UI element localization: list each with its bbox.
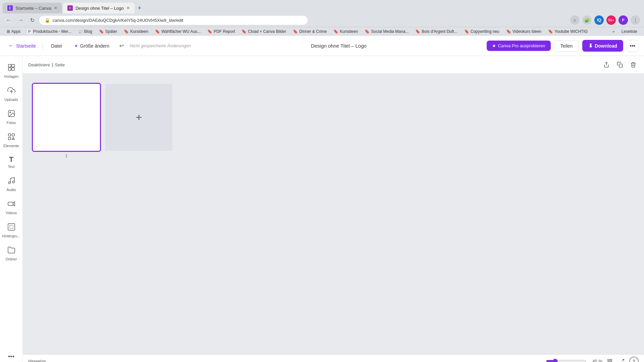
star-icon: ★ (492, 43, 496, 48)
bookmark-bois[interactable]: 🔖 Bois d'Argent Duft... (413, 28, 460, 35)
resize-menu[interactable]: ✦ Größe ändern (70, 41, 113, 51)
bookmark-more[interactable]: » (610, 28, 618, 35)
profile-avatar[interactable]: IQ (594, 15, 604, 25)
bookmark-dinner[interactable]: 🔖 Dinner & Crime (290, 28, 329, 35)
bookmark-blog[interactable]: 📰 Blog (75, 28, 95, 35)
browser-chrome: C Startseite – Canva ✕ D Design ohne Tit… (0, 0, 644, 36)
page-number-1: 1 (65, 154, 68, 158)
reload-button[interactable]: ↻ (28, 16, 37, 25)
sidebar-item-text[interactable]: T Text (1, 153, 21, 172)
sidebar-item-uploads[interactable]: Uploads (1, 83, 21, 105)
svg-point-11 (8, 182, 10, 184)
sidebar-item-fotos[interactable]: Fotos (1, 106, 21, 128)
back-arrow-icon: ← (8, 42, 14, 49)
svg-rect-1 (12, 64, 14, 67)
toolbar-left: ← Startseite Datei ✦ Größe ändern ↩ Nich… (5, 40, 191, 51)
vorlagen-icon (7, 63, 15, 73)
address-bar[interactable]: 🔒 canva.com/design/DAEduQCDgkA/KeIY5q-24… (39, 16, 308, 25)
sidebar-item-elemente[interactable]: Elemente (1, 129, 21, 151)
undo-button[interactable]: ↩ (117, 41, 126, 51)
canvas-area: Deaktiviere 1 Seite (23, 56, 644, 362)
canvas-viewport[interactable]: 1 + (23, 74, 644, 354)
share-design-button[interactable] (601, 59, 612, 70)
unsaved-label: Nicht gespeicherte Änderungen (130, 43, 191, 48)
bookmark-social[interactable]: 🔖 Social Media Mana... (362, 28, 411, 35)
download-button[interactable]: ⬇ Download (582, 40, 623, 52)
profile-avatar-2[interactable]: 99+ (606, 15, 616, 25)
bookmark-kursideen2[interactable]: 🔖 Kursideen (331, 28, 361, 35)
bookmark-apps[interactable]: ⊞ Apps (4, 28, 23, 35)
bookmark-favicon-2: 📰 (78, 29, 83, 34)
page-overview-button[interactable] (605, 357, 614, 362)
tab-close-2[interactable]: ✕ (126, 6, 130, 10)
share-button[interactable]: Teilen (554, 40, 579, 52)
app: ← Startseite Datei ✦ Größe ändern ↩ Nich… (0, 36, 644, 362)
sidebar-item-audio[interactable]: Audio (1, 173, 21, 195)
tab-1[interactable]: C Startseite – Canva ✕ (3, 3, 62, 13)
bookmark-wahlfaecher[interactable]: 🔖 Wahlfächer WU Aus... (152, 28, 203, 35)
svg-marker-10 (12, 137, 14, 139)
bookmark-youtube[interactable]: 🔖 Youtube WICHTIG (545, 28, 590, 35)
extensions-icon[interactable]: 🧩 (582, 15, 592, 25)
fullscreen-button[interactable] (617, 357, 627, 362)
sidebar-more[interactable]: ••• (1, 350, 21, 362)
bookmark-videokurs[interactable]: 🔖 Videokurs Ideen (503, 28, 544, 35)
add-page-button[interactable]: + (105, 84, 172, 151)
bookmark-cload[interactable]: 🔖 Cload + Canva Bilder (239, 28, 289, 35)
page-info: Deaktiviere 1 Seite (28, 62, 65, 67)
download-icon: ⬇ (588, 43, 593, 49)
bookmark-folder-1: 🔖 (99, 29, 104, 34)
svg-rect-15 (8, 224, 15, 230)
fotos-label: Fotos (7, 121, 16, 125)
apps-icon: ⊞ (7, 29, 10, 34)
svg-rect-0 (8, 64, 11, 67)
page-container: 1 + (33, 84, 172, 158)
address-bar-row: ← → ↻ 🔒 canva.com/design/DAEduQCDgkA/KeI… (0, 13, 644, 27)
back-button[interactable]: ← (4, 16, 13, 24)
bookmark-kursideen[interactable]: 🔖 Kursideen (121, 28, 151, 35)
ordner-label: Ordner (5, 257, 17, 261)
user-avatar[interactable]: P (619, 15, 628, 25)
zoom-slider[interactable] (546, 359, 586, 362)
bookmark-produktsuche[interactable]: P Produktsuche - Mer... (24, 28, 74, 35)
bookmark-folder-3: 🔖 (155, 29, 160, 34)
home-button[interactable]: ← Startseite (5, 40, 39, 51)
sidebar-item-ordner[interactable]: Ordner (1, 243, 21, 264)
bookmark-leseliste[interactable]: Leseliste (619, 28, 640, 35)
tab-close-1[interactable]: ✕ (54, 6, 57, 10)
delete-page-button[interactable] (628, 59, 639, 70)
tab-favicon-2: D (67, 5, 73, 11)
svg-point-6 (10, 112, 11, 113)
bookmark-folder-7: 🔖 (333, 29, 338, 34)
file-menu[interactable]: Datei (47, 41, 66, 51)
menu-icon[interactable]: ⋮ (631, 15, 640, 25)
page-wrapper-add: + (105, 84, 172, 151)
forward-button[interactable]: → (16, 16, 25, 24)
ordner-icon (7, 246, 15, 256)
videos-label: Videos (6, 211, 17, 215)
svg-rect-3 (12, 68, 14, 70)
svg-rect-13 (8, 202, 13, 205)
bookmark-folder-5: 🔖 (241, 29, 247, 34)
zoom-percent: 45 % (589, 359, 602, 362)
duplicate-page-button[interactable] (614, 59, 625, 70)
sidebar-item-vorlagen[interactable]: Vorlagen (1, 60, 21, 82)
help-icon: ? (633, 359, 635, 362)
more-options-button[interactable]: ••• (627, 40, 639, 52)
tab-2[interactable]: D Design ohne Titel – Logo ✕ (63, 3, 135, 13)
text-label: Text (8, 165, 14, 169)
page-1[interactable] (33, 84, 100, 151)
bookmark-spaeter[interactable]: 🔖 Später (96, 28, 120, 35)
uploads-icon (7, 86, 15, 96)
bookmark-icon[interactable]: ☆ (570, 15, 580, 25)
svg-rect-2 (8, 68, 11, 70)
new-tab-button[interactable]: + (135, 3, 144, 13)
help-button[interactable]: ? (629, 357, 639, 362)
sidebar-item-videos[interactable]: Videos (1, 196, 21, 218)
bookmark-pdf[interactable]: 🔖 PDF Report (205, 28, 237, 35)
bookmark-copywriting[interactable]: 🔖 Copywriting neu (462, 28, 502, 35)
svg-point-12 (12, 181, 14, 183)
sidebar-item-hintergrund[interactable]: Hintergru... (1, 220, 21, 241)
svg-marker-14 (13, 202, 15, 206)
pro-button[interactable]: ★ Canva Pro ausprobieren (487, 41, 551, 51)
